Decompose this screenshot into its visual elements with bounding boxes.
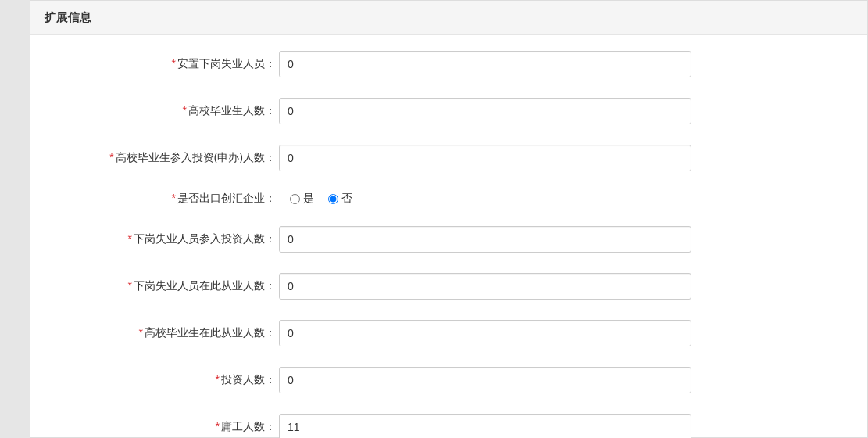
label-text: 投资人数： <box>221 373 276 386</box>
radio-group-export: 是 否 <box>279 192 352 206</box>
required-marker: * <box>216 373 220 386</box>
label-gaoxiao-congye: *高校毕业生在此从业人数： <box>30 326 279 340</box>
required-marker: * <box>128 232 132 245</box>
row-gaoxiao-biye: *高校毕业生人数： <box>30 98 867 124</box>
required-marker: * <box>216 420 220 433</box>
label-text: 是否出口创汇企业： <box>177 192 276 204</box>
row-anzhi-xiagang: *安置下岗失业人员： <box>30 51 867 77</box>
label-gaoxiao-biye: *高校毕业生人数： <box>30 104 279 118</box>
label-yonggong-renshu: *庸工人数： <box>30 420 279 434</box>
label-text: 下岗失业人员参入投资人数： <box>134 232 276 245</box>
extended-info-panel: 扩展信息 *安置下岗失业人员： *高校毕业生人数： *高校毕业生参入投资(申办)… <box>30 0 868 438</box>
required-marker: * <box>109 151 113 163</box>
form-body: *安置下岗失业人员： *高校毕业生人数： *高校毕业生参入投资(申办)人数： *… <box>30 35 867 438</box>
input-gaoxiao-congye[interactable] <box>279 320 691 346</box>
row-xiagang-congye: *下岗失业人员在此从业人数： <box>30 273 867 300</box>
input-touzi-renshu[interactable] <box>279 367 691 393</box>
label-anzhi-xiagang: *安置下岗失业人员： <box>30 57 279 71</box>
section-title: 扩展信息 <box>30 1 867 35</box>
input-yonggong-renshu[interactable] <box>279 414 691 438</box>
label-gaoxiao-touzi: *高校毕业生参入投资(申办)人数： <box>30 151 279 165</box>
required-marker: * <box>183 104 187 117</box>
required-marker: * <box>139 326 143 339</box>
input-gaoxiao-biye[interactable] <box>279 98 691 124</box>
label-text: 安置下岗失业人员： <box>177 57 276 70</box>
label-text: 高校毕业生参入投资(申办)人数： <box>116 151 276 163</box>
radio-yes[interactable] <box>290 194 300 204</box>
row-touzi-renshu: *投资人数： <box>30 367 867 393</box>
radio-no-item[interactable]: 否 <box>328 192 352 206</box>
row-gaoxiao-touzi: *高校毕业生参入投资(申办)人数： <box>30 145 867 171</box>
required-marker: * <box>128 279 132 292</box>
input-anzhi-xiagang[interactable] <box>279 51 691 77</box>
row-xiagang-touzi: *下岗失业人员参入投资人数： <box>30 226 867 253</box>
radio-no[interactable] <box>328 194 338 204</box>
label-export-enterprise: *是否出口创汇企业： <box>30 192 279 206</box>
label-touzi-renshu: *投资人数： <box>30 373 279 387</box>
input-xiagang-congye[interactable] <box>279 273 691 300</box>
label-text: 庸工人数： <box>221 420 276 433</box>
label-xiagang-touzi: *下岗失业人员参入投资人数： <box>30 232 279 246</box>
row-export-enterprise: *是否出口创汇企业： 是 否 <box>30 192 867 206</box>
row-yonggong-renshu: *庸工人数： <box>30 414 867 438</box>
row-gaoxiao-congye: *高校毕业生在此从业人数： <box>30 320 867 346</box>
label-xiagang-congye: *下岗失业人员在此从业人数： <box>30 279 279 293</box>
label-text: 下岗失业人员在此从业人数： <box>134 279 276 292</box>
input-xiagang-touzi[interactable] <box>279 226 691 253</box>
radio-yes-item[interactable]: 是 <box>290 192 314 206</box>
radio-yes-label: 是 <box>303 192 314 206</box>
label-text: 高校毕业生人数： <box>188 104 276 117</box>
label-text: 高校毕业生在此从业人数： <box>145 326 276 339</box>
input-gaoxiao-touzi[interactable] <box>279 145 691 171</box>
radio-no-label: 否 <box>341 192 352 206</box>
required-marker: * <box>172 192 176 204</box>
required-marker: * <box>172 57 176 70</box>
